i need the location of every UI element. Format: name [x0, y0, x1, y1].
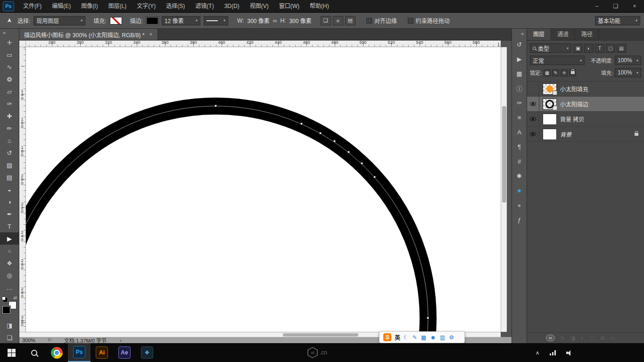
menu-item-6[interactable]: 选择(S)	[161, 0, 190, 12]
lasso-tool[interactable]: ∿	[0, 61, 19, 73]
expand-panels-icon[interactable]: «	[512, 29, 527, 37]
menu-item-3[interactable]: 图像(I)	[76, 0, 103, 12]
menu-item-7[interactable]: 滤镜(T)	[190, 0, 219, 12]
layer-mask-icon[interactable]: ◨	[570, 335, 575, 341]
vertical-scrollbar[interactable]	[501, 47, 507, 332]
layer-visibility-toggle[interactable]	[527, 112, 539, 126]
favorites-star-icon[interactable]: ★	[512, 183, 527, 198]
pixel-grid-icon[interactable]: #	[512, 154, 527, 169]
filter-adjustment-icon[interactable]: ◐	[584, 44, 594, 53]
chrome-app[interactable]	[45, 343, 68, 362]
minimize-button[interactable]: –	[587, 0, 606, 12]
styles-panel-icon[interactable]: ✱	[512, 169, 527, 183]
path-anchor-point[interactable]	[373, 176, 376, 178]
menu-item-1[interactable]: 文件(F)	[18, 0, 47, 12]
illustrator-app[interactable]: Ai	[91, 343, 113, 362]
aftereffects-app[interactable]: Ae	[113, 343, 136, 362]
link-dimensions-icon[interactable]: ∞	[273, 17, 277, 24]
layer-row[interactable]: 小太阳填充	[527, 82, 644, 97]
history-brush-tool[interactable]: ↺	[0, 147, 19, 159]
panel-tab-3[interactable]: 路径	[575, 29, 599, 40]
constrain-path-checkbox[interactable]	[408, 18, 413, 24]
start-button[interactable]	[0, 343, 23, 362]
brush-tool[interactable]: ✏	[0, 122, 19, 134]
dodge-tool[interactable]: ◑	[0, 196, 19, 208]
panel-tab-1[interactable]: 图层	[527, 29, 551, 40]
menu-item-8[interactable]: 3D(D)	[219, 0, 245, 12]
history-panel-icon[interactable]: ↺	[512, 37, 527, 52]
fill-swatch[interactable]	[110, 17, 122, 25]
canvas-viewport[interactable]	[26, 47, 501, 332]
layer-visibility-toggle[interactable]	[527, 82, 539, 96]
menu-item-5[interactable]: 文字(Y)	[132, 0, 161, 12]
brush-panel-icon[interactable]: ✑	[512, 96, 527, 110]
pen-icon[interactable]: ✎	[413, 334, 417, 341]
delete-layer-icon[interactable]: ▭	[610, 335, 615, 341]
height-field[interactable]: 300 像素	[289, 16, 311, 25]
screen-mode-icon[interactable]: ❏	[0, 331, 19, 344]
zoom-tool[interactable]: ◎	[0, 269, 19, 281]
wrench-icon[interactable]: ⚙	[449, 334, 454, 341]
vertical-scrollbar-thumb[interactable]	[502, 106, 506, 203]
restore-button[interactable]: ❏	[606, 0, 625, 12]
status-popup-chevron[interactable]: ›	[120, 337, 122, 343]
character-panel-icon[interactable]: A	[512, 125, 527, 140]
document-tab[interactable]: 描边风格小图标 @ 300% (小太阳描边, RGB/8) * ×	[19, 29, 158, 40]
path-selection-tool[interactable]: ▶	[0, 232, 19, 245]
info-panel-icon[interactable]: ⓘ	[512, 81, 527, 96]
path-align-icon[interactable]: ≡	[333, 16, 343, 25]
path-anchor-point[interactable]	[427, 317, 429, 319]
zoom-level-field[interactable]: 300%	[22, 337, 35, 343]
actions-panel-icon[interactable]: ▶	[512, 52, 527, 66]
swap-colors-icon[interactable]: ⇄	[13, 296, 17, 300]
align-edges-option[interactable]: 对齐边缘	[366, 16, 397, 25]
layer-style-icon[interactable]: fx	[561, 335, 565, 341]
layer-visibility-toggle[interactable]	[527, 127, 539, 141]
path-anchor-point[interactable]	[215, 105, 217, 107]
hand-tool[interactable]: ❖	[0, 257, 19, 269]
foreground-color-swatch[interactable]	[2, 306, 10, 314]
edit-toolbar-icon[interactable]: …	[0, 281, 19, 294]
stroke-width-dropdown[interactable]: 12 像素	[162, 16, 200, 25]
new-layer-icon[interactable]: ⊞	[600, 335, 604, 341]
taskbar-search-button[interactable]	[23, 343, 45, 362]
stroke-swatch[interactable]	[146, 17, 158, 25]
new-adjustment-icon[interactable]: ◐	[581, 335, 584, 341]
swatches-panel-icon[interactable]: ▦	[512, 66, 527, 81]
eraser-tool[interactable]: ▨	[0, 159, 19, 171]
menu-item-10[interactable]: 窗口(W)	[274, 0, 305, 12]
new-group-icon[interactable]: ▢	[590, 335, 594, 341]
constrain-path-option[interactable]: 约束路径拖动	[408, 16, 450, 25]
layer-row[interactable]: 小太阳描边	[527, 97, 644, 112]
quick-selection-tool[interactable]: ❂	[0, 73, 19, 85]
current-tool-icon[interactable]: ➤	[6, 16, 13, 26]
workspace-dropdown[interactable]: 基本功能	[595, 16, 640, 25]
layer-filter-kind-dropdown[interactable]: 类型	[530, 43, 571, 53]
path-anchor-point[interactable]	[333, 140, 336, 142]
menu-item-11[interactable]: 帮助(H)	[305, 0, 334, 12]
tray-chevron-icon[interactable]: ∧	[536, 350, 539, 356]
filter-smart-icon[interactable]: ▤	[617, 44, 626, 53]
path-anchor-point[interactable]	[347, 151, 350, 153]
fstop-panel-icon[interactable]: ƒ	[512, 213, 527, 227]
width-field[interactable]: 300 像素	[247, 16, 269, 25]
type-tool[interactable]: T	[0, 220, 19, 232]
default-colors-icon[interactable]	[2, 296, 6, 300]
layer-row[interactable]: 背景 拷贝	[527, 112, 644, 127]
clone-stamp-tool[interactable]: ⌂	[0, 134, 19, 147]
healing-brush-tool[interactable]: ✚	[0, 110, 19, 122]
layer-visibility-toggle[interactable]	[527, 97, 539, 111]
filter-type-icon[interactable]: T	[595, 44, 604, 53]
align-edges-checkbox[interactable]	[366, 18, 372, 24]
ellipse-tool[interactable]: ○	[0, 245, 19, 257]
blend-mode-dropdown[interactable]: 正常	[530, 56, 585, 65]
lock-pixels-icon[interactable]: ✎	[552, 69, 559, 76]
marquee-tool[interactable]: ▭	[0, 49, 19, 61]
sphere-panel-icon[interactable]: ●	[512, 198, 527, 213]
quick-mask-icon[interactable]: ◨	[0, 319, 19, 331]
person-icon[interactable]: ☻	[430, 334, 436, 341]
paragraph-panel-icon[interactable]: ¶	[512, 140, 527, 154]
path-operations-icon[interactable]: ❏	[321, 16, 331, 25]
sogou-logo[interactable]: S	[383, 333, 391, 341]
path-arrange-icon[interactable]: ▤	[345, 16, 355, 25]
